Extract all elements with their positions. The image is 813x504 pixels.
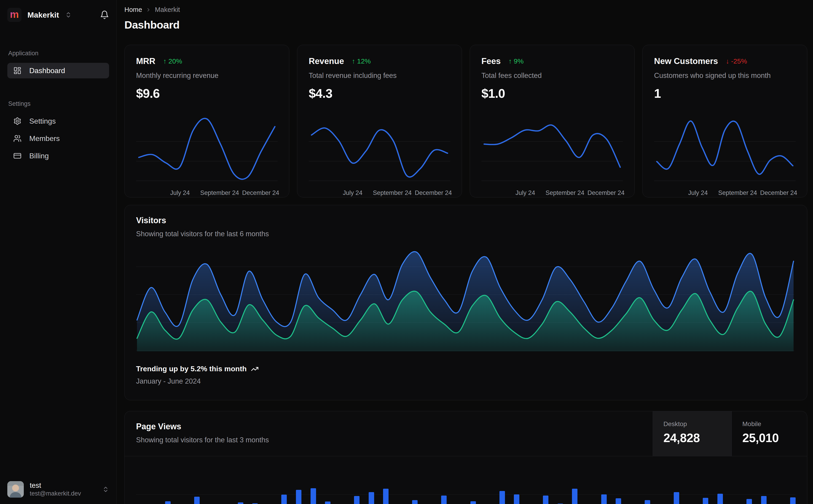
trend-badge: ↑12% (352, 57, 371, 65)
makerkit-logo: m (7, 8, 21, 22)
chevrons-up-down-icon (102, 486, 109, 493)
trend-badge: ↑9% (508, 57, 523, 65)
arrow-down-icon: ↓ (726, 57, 729, 65)
sidebar-item-billing[interactable]: Billing (7, 148, 109, 164)
bar (514, 494, 519, 504)
stat-description: Total fees collected (481, 72, 623, 80)
stat-value: $1.0 (481, 86, 623, 101)
bar (499, 491, 505, 504)
stat-card-revenue: Revenue ↑12% Total revenue including fee… (297, 45, 462, 197)
visitors-date-range: January - June 2024 (136, 377, 794, 385)
chevrons-up-down-icon (65, 11, 72, 18)
sidebar-item-settings[interactable]: Settings (7, 113, 109, 129)
bar (311, 488, 316, 504)
bar (601, 494, 607, 504)
stat-description: Monthly recurring revenue (136, 72, 278, 80)
stat-card-fees: Fees ↑9% Total fees collected $1.0 July … (470, 45, 635, 197)
bar (383, 489, 389, 504)
bar (165, 501, 170, 504)
page-views-card: Page Views Showing total visitors for th… (124, 411, 807, 504)
sidebar-item-label: Settings (29, 117, 56, 125)
bar (790, 497, 796, 504)
sparkline-chart (309, 110, 450, 185)
page-views-title: Page Views (136, 422, 653, 431)
bar (281, 495, 287, 504)
main-content: Home Makerkit Dashboard MRR ↑20% Monthly… (117, 0, 813, 504)
workspace-selector[interactable]: m Makerkit (7, 7, 109, 23)
bar (441, 496, 447, 504)
stat-card-new-customers: New Customers ↓-25% Customers who signed… (643, 45, 807, 197)
bar (296, 490, 302, 504)
x-axis-labels: July 24 September 24 December 24 (136, 188, 278, 198)
bar (761, 496, 767, 504)
x-axis-labels: July 24 September 24 December 24 (654, 188, 796, 198)
users-icon (13, 134, 21, 143)
chevron-right-icon (146, 7, 151, 13)
stat-value: $4.3 (309, 86, 450, 101)
tab-mobile[interactable]: Mobile 25,010 (732, 411, 807, 456)
tab-desktop[interactable]: Desktop 24,828 (653, 411, 732, 456)
breadcrumb-home-link[interactable]: Home (124, 6, 142, 13)
bar (616, 498, 621, 504)
bar (703, 498, 708, 504)
page-title: Dashboard (124, 19, 807, 31)
sidebar-item-label: Billing (29, 152, 49, 160)
page-views-tabs: Desktop 24,828 Mobile 25,010 (653, 411, 807, 456)
stat-value: 1 (654, 86, 796, 101)
user-menu[interactable]: test test@makerkit.dev (7, 481, 109, 498)
sidebar: m Makerkit Application Dashboard Setting… (0, 0, 117, 504)
user-email: test@makerkit.dev (30, 490, 81, 498)
bar (354, 496, 360, 504)
user-name: test (30, 481, 81, 490)
sidebar-item-members[interactable]: Members (7, 131, 109, 146)
bar (645, 500, 650, 504)
tab-label: Desktop (664, 420, 732, 428)
sparkline-chart (654, 110, 796, 185)
stat-value: $9.6 (136, 86, 278, 101)
tab-label: Mobile (742, 420, 807, 428)
arrow-up-icon: ↑ (163, 57, 166, 65)
visitors-area-chart (136, 248, 794, 351)
visitors-title: Visitors (136, 216, 794, 225)
stat-title: New Customers (654, 56, 718, 66)
breadcrumb: Home Makerkit (124, 6, 807, 13)
page-views-bar-chart (136, 473, 796, 504)
workspace-name: Makerkit (27, 11, 59, 19)
nav-group-label: Settings (8, 100, 109, 107)
visitors-card: Visitors Showing total visitors for the … (124, 205, 807, 400)
stat-title: Fees (481, 56, 501, 66)
bell-icon[interactable] (100, 10, 109, 19)
avatar (7, 481, 24, 498)
sparkline-chart (136, 110, 278, 185)
bar (325, 501, 331, 504)
bar (717, 494, 723, 504)
visitors-subtitle: Showing total visitors for the last 6 mo… (136, 230, 794, 238)
bar (674, 492, 679, 504)
arrow-up-icon: ↑ (508, 57, 512, 65)
user-meta: test test@makerkit.dev (30, 481, 81, 498)
breadcrumb-current: Makerkit (155, 6, 180, 13)
x-axis-labels: July 24 September 24 December 24 (481, 188, 623, 198)
arrow-up-icon: ↑ (352, 57, 355, 65)
stat-description: Customers who signed up this month (654, 72, 796, 80)
bar (412, 500, 418, 504)
stat-cards-row: MRR ↑20% Monthly recurring revenue $9.6 … (124, 45, 807, 197)
credit-card-icon (13, 152, 21, 160)
stat-title: Revenue (309, 56, 344, 66)
bar (543, 496, 548, 504)
trend-badge: ↓-25% (726, 57, 747, 65)
bar (470, 501, 476, 504)
sidebar-item-dashboard[interactable]: Dashboard (7, 63, 109, 78)
sidebar-item-label: Dashboard (29, 66, 65, 75)
tab-value: 25,010 (742, 431, 807, 445)
bar (194, 497, 199, 504)
bar (747, 499, 752, 504)
page-views-subtitle: Showing total visitors for the last 3 mo… (136, 436, 653, 444)
bar (369, 492, 374, 504)
visitors-footer: Trending up by 5.2% this month January -… (136, 365, 794, 385)
stat-title: MRR (136, 56, 155, 66)
tab-value: 24,828 (664, 431, 732, 445)
sidebar-item-label: Members (29, 134, 60, 143)
sparkline-chart (481, 110, 623, 185)
trending-up-icon (251, 365, 259, 373)
